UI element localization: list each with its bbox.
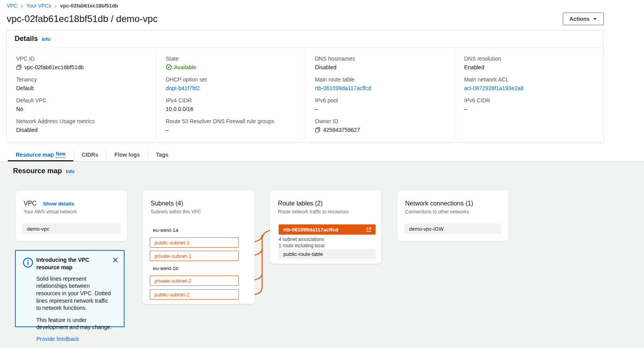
resource-map-info-link[interactable]: Info bbox=[66, 169, 74, 174]
close-icon[interactable] bbox=[112, 256, 119, 265]
main-network-acl-link[interactable]: acl-0872928f1a193e2a8 bbox=[464, 85, 524, 91]
status-badge: Available bbox=[174, 64, 197, 70]
field-label: VPC ID bbox=[16, 56, 147, 62]
route-table-selected-item[interactable]: rtb-061099da117acffcd bbox=[279, 224, 376, 235]
field-ipv4-cidr: IPv4 CIDR 10.0.0.0/16 bbox=[166, 97, 296, 112]
page-title: vpc-02fab61ec18bf51db / demo-vpc bbox=[7, 13, 158, 24]
subnet-public-subnet-1[interactable]: public-subnet-1 bbox=[150, 237, 239, 248]
tab-label: CIDRs bbox=[82, 152, 98, 158]
network-connections-card-subtitle: Connections to other networks bbox=[405, 209, 501, 215]
tab-bar: Resource map New CIDRs Flow logs Tags bbox=[0, 148, 644, 161]
vpc-item-demo-vpc[interactable]: demo-vpc bbox=[22, 224, 121, 234]
details-column-4: DNS resolution Enabled Main network ACL … bbox=[454, 50, 604, 140]
details-column-2: State Available DHCP option set dopt-b41… bbox=[156, 50, 305, 140]
breadcrumb-link-vpc[interactable]: VPC bbox=[7, 3, 17, 9]
details-body: VPC ID vpc-02fab61ec18bf51db Tenancy Def… bbox=[7, 48, 603, 143]
external-link-icon[interactable] bbox=[366, 227, 372, 232]
provide-feedback-link[interactable]: Provide feedback bbox=[36, 336, 79, 342]
field-label: Main network ACL bbox=[464, 76, 594, 83]
vpc-card-title: VPC bbox=[24, 200, 37, 207]
field-dhcp-option-set: DHCP option set dopt-b41f7fd2 bbox=[166, 76, 296, 91]
field-value: 425943759627 bbox=[323, 127, 360, 133]
breadcrumb-current: vpc-02fab61ec18bf51db bbox=[60, 3, 118, 9]
field-label: IPv4 CIDR bbox=[166, 97, 296, 104]
route-table-stat: 4 subnet associations bbox=[279, 237, 324, 243]
tab-flow-logs[interactable]: Flow logs bbox=[106, 148, 148, 161]
resource-map-header: Resource map Info bbox=[13, 167, 74, 175]
resource-map-canvas: Resource map Info VPC Show details Your … bbox=[0, 161, 644, 348]
main-route-table-link[interactable]: rtb-061099da117acffcd bbox=[315, 85, 371, 91]
details-title: Details bbox=[15, 35, 38, 43]
network-connections-card: Network connections (1) Connections to o… bbox=[397, 191, 508, 241]
copy-icon[interactable] bbox=[315, 127, 320, 133]
field-value: – bbox=[315, 106, 318, 112]
network-connections-card-title: Network connections (1) bbox=[405, 200, 501, 207]
route-tables-card: Route tables (2) Route network traffic t… bbox=[270, 191, 381, 264]
route-table-item-public-route-table[interactable]: public-route-table bbox=[279, 249, 376, 259]
dhcp-option-set-link[interactable]: dopt-b41f7fd2 bbox=[166, 85, 200, 91]
field-ipv6-cidr: IPv6 CIDR – bbox=[464, 97, 594, 112]
route-table-stat: 1 route including local bbox=[279, 243, 324, 249]
new-badge: New bbox=[56, 151, 65, 158]
details-info-link[interactable]: Info bbox=[42, 37, 50, 42]
field-value: No bbox=[16, 106, 23, 112]
resource-map-title: Resource map bbox=[13, 167, 62, 175]
connection-item-demo-vpc-igw[interactable]: demo-vpc-IGW bbox=[404, 224, 501, 234]
banner-body: Solid lines represent relationships betw… bbox=[36, 275, 114, 312]
field-label: Tenancy bbox=[16, 76, 147, 83]
tab-resource-map[interactable]: Resource map New bbox=[8, 148, 73, 161]
field-value: Disabled bbox=[16, 127, 37, 133]
field-value: Enabled bbox=[464, 64, 484, 70]
field-label: Owner ID bbox=[315, 118, 445, 124]
field-main-network-acl: Main network ACL acl-0872928f1a193e2a8 bbox=[464, 76, 594, 91]
show-details-link[interactable]: Show details bbox=[43, 201, 74, 207]
subnet-private-subnet-2[interactable]: private-subnet-2 bbox=[150, 276, 239, 286]
route-table-stats: 4 subnet associations 1 route including … bbox=[279, 237, 324, 249]
actions-button-label: Actions bbox=[570, 16, 590, 22]
field-label: DNS hostnames bbox=[315, 56, 445, 62]
vpc-card-subtitle: Your AWS virtual network bbox=[24, 209, 119, 215]
az-label-eu-west-1a: eu-west-1a bbox=[153, 227, 178, 233]
field-state: State Available bbox=[166, 56, 296, 70]
field-owner-id: Owner ID 425943759627 bbox=[315, 118, 445, 133]
field-r53-firewall: Route 53 Resolver DNS Firewall rule grou… bbox=[166, 118, 296, 133]
tab-tags[interactable]: Tags bbox=[148, 148, 177, 161]
breadcrumb-separator-icon: › bbox=[21, 3, 23, 9]
field-label: Route 53 Resolver DNS Firewall rule grou… bbox=[166, 118, 296, 124]
breadcrumb-link-your-vpcs[interactable]: Your VPCs bbox=[26, 3, 51, 9]
page-header: vpc-02fab61ec18bf51db / demo-vpc Actions bbox=[0, 9, 644, 30]
tab-cidrs[interactable]: CIDRs bbox=[74, 148, 106, 161]
subnets-card: Subnets (4) Subnets within this VPC eu-w… bbox=[143, 191, 255, 304]
details-header: Details Info bbox=[7, 30, 603, 48]
resource-map-info-banner: Introducing the VPC resource map Solid l… bbox=[15, 250, 125, 327]
field-vpc-id: VPC ID vpc-02fab61ec18bf51db bbox=[16, 56, 147, 70]
check-circle-icon bbox=[166, 64, 172, 70]
route-tables-card-title: Route tables (2) bbox=[278, 200, 373, 207]
field-label: Network Address Usage metrics bbox=[16, 118, 147, 124]
az-label-eu-west-1b: eu-west-1b bbox=[153, 265, 178, 271]
field-value: Default bbox=[16, 85, 34, 91]
tab-label: Resource map bbox=[16, 152, 54, 158]
tab-label: Tags bbox=[156, 152, 169, 158]
subnets-card-title: Subnets (4) bbox=[151, 200, 247, 207]
banner-body-2: This feature is under development and ma… bbox=[36, 317, 114, 331]
field-label: DNS resolution bbox=[464, 56, 594, 62]
field-default-vpc: Default VPC No bbox=[16, 97, 147, 112]
breadcrumb: VPC › Your VPCs › vpc-02fab61ec18bf51db bbox=[0, 0, 644, 9]
field-label: DHCP option set bbox=[166, 76, 296, 83]
field-label: Main route table bbox=[315, 76, 445, 83]
field-tenancy: Tenancy Default bbox=[16, 76, 147, 91]
caret-down-icon bbox=[593, 18, 597, 20]
field-dns-resolution: DNS resolution Enabled bbox=[464, 56, 594, 70]
field-label: IPv6 CIDR bbox=[464, 97, 594, 104]
copy-icon[interactable] bbox=[16, 65, 22, 70]
subnets-card-subtitle: Subnets within this VPC bbox=[151, 209, 247, 215]
details-column-3: DNS hostnames Disabled Main route table … bbox=[305, 50, 454, 140]
vpc-card: VPC Show details Your AWS virtual networ… bbox=[16, 191, 127, 241]
subnet-public-subnet-2[interactable]: public-subnet-2 bbox=[150, 289, 239, 300]
subnet-private-subnet-1[interactable]: private-subnet-1 bbox=[150, 251, 239, 261]
field-label: Default VPC bbox=[16, 97, 147, 104]
actions-button[interactable]: Actions bbox=[563, 13, 604, 25]
breadcrumb-separator-icon: › bbox=[55, 3, 57, 9]
field-value: Disabled bbox=[315, 64, 336, 70]
